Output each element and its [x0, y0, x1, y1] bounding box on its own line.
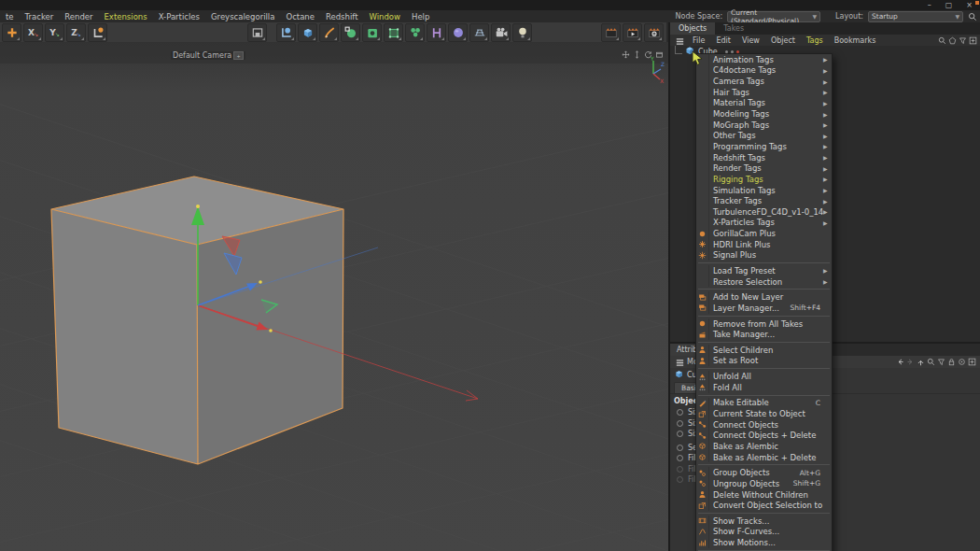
render-view-button[interactable] [601, 23, 621, 42]
node-space-select[interactable]: Current (Standard/Physical) ▼ [727, 11, 820, 22]
add-cube-button[interactable] [298, 23, 317, 42]
menu-greyscalegorilla[interactable]: Greyscalegorilla [205, 12, 280, 21]
keyframe-circle-icon[interactable] [677, 409, 683, 416]
menu-item-camera-tags[interactable]: Camera Tags▶ [696, 76, 832, 87]
hamburger-menu-icon[interactable] [675, 36, 685, 45]
menu-item-make-editable[interactable]: Make EditableC [696, 398, 832, 409]
x-axis-tip[interactable] [269, 329, 273, 332]
menu-item-render-tags[interactable]: Render Tags▶ [696, 162, 832, 174]
camera-label[interactable]: Default Camera + [171, 51, 245, 60]
menu-item-set-as-root[interactable]: Set as Root [696, 356, 832, 367]
menu-item-load-tag-preset[interactable]: Load Tag Preset▶ [696, 265, 832, 276]
minimize-button[interactable]: – [928, 0, 931, 10]
search-icon[interactable] [938, 36, 946, 45]
lock-icon[interactable] [947, 358, 956, 366]
menu-x-particles[interactable]: X-Particles [153, 12, 205, 21]
menu-item-fold-all[interactable]: Fold All [696, 382, 832, 393]
y-axis-tip[interactable] [196, 205, 200, 208]
menu-item-take-manager[interactable]: Take Manager... [696, 329, 832, 340]
menu-item-show-motions[interactable]: Show Motions... [696, 537, 832, 548]
menu-item-select-children[interactable]: Select Children [696, 345, 832, 356]
search-icon[interactable] [927, 358, 935, 366]
menu-item-modeling-tags[interactable]: Modeling Tags▶ [696, 108, 832, 120]
menu-item-redshift-tags[interactable]: Redshift Tags▶ [696, 152, 832, 163]
search-icon[interactable] [968, 12, 977, 21]
layout-select[interactable]: Startup ▼ [868, 11, 963, 22]
target-icon[interactable] [958, 358, 966, 366]
viewport[interactable]: Default Camera + Y Z X [0, 42, 668, 551]
lock-x-axis-button[interactable]: X↘ [23, 23, 43, 42]
om-menu-bookmarks[interactable]: Bookmarks [829, 36, 882, 45]
keyframe-circle-icon[interactable] [677, 420, 683, 427]
menu-item-animation-tags[interactable]: Animation Tags▶ [696, 54, 832, 65]
menu-render[interactable]: Render [59, 12, 98, 21]
menu-item-add-to-new-layer[interactable]: Add to New Layer [696, 291, 832, 303]
menu-item-restore-selection[interactable]: Restore Selection▶ [696, 276, 832, 288]
render-view-region-button[interactable] [247, 23, 267, 42]
render-picture-viewer-button[interactable] [623, 23, 642, 42]
menu-te[interactable]: te [0, 12, 20, 21]
om-menu-file[interactable]: File [687, 36, 710, 45]
menu-octane[interactable]: Octane [280, 12, 320, 21]
hamburger-menu-icon[interactable] [675, 358, 685, 366]
menu-item-ungroup-objects[interactable]: Ungroup ObjectsShift+G [696, 478, 832, 489]
interactive-render-button[interactable] [276, 23, 296, 42]
menu-item-bake-as-alembic-delete[interactable]: Bake as Alembic + Delete [696, 452, 832, 463]
menu-item-show-tracks[interactable]: Show Tracks... [696, 516, 832, 527]
menu-item-mograph-tags[interactable]: MoGraph Tags▶ [696, 120, 832, 131]
menu-window[interactable]: Window [363, 12, 406, 21]
keyframe-circle-icon[interactable] [677, 466, 683, 473]
menu-item-signal-plus[interactable]: Signal Plus [696, 250, 832, 261]
subdivision-surface-button[interactable] [341, 23, 360, 42]
menu-item-turbulencefd-c4d-v1-0-1465-tags[interactable]: TurbulenceFD_C4D_v1-0_1465 Tags▶ [696, 206, 832, 218]
history-forward-icon[interactable] [906, 358, 915, 366]
menu-item-gorillacam-plus[interactable]: GorillaCam Plus [696, 228, 832, 239]
filter-icon[interactable] [959, 36, 967, 45]
menu-item-layer-manager[interactable]: Layer Manager...Shift+F4 [696, 303, 832, 314]
add-panel-icon[interactable] [969, 36, 977, 45]
menu-item-group-objects[interactable]: Group ObjectsAlt+G [696, 467, 832, 478]
pan-view-icon[interactable] [622, 45, 630, 63]
home-icon[interactable] [948, 36, 957, 45]
camera-button[interactable] [491, 23, 511, 42]
menu-item-c4doctane-tags[interactable]: C4doctane Tags▶ [696, 65, 832, 77]
menu-item-connect-objects-delete[interactable]: Connect Objects + Delete [696, 431, 832, 442]
filter-icon[interactable] [937, 358, 945, 366]
menu-help[interactable]: Help [406, 12, 435, 21]
deformer-button[interactable] [384, 23, 403, 42]
zoom-view-icon[interactable] [633, 45, 641, 63]
floor-button[interactable] [469, 23, 489, 42]
maximize-button[interactable]: ▢ [945, 0, 953, 10]
menu-item-rigging-tags[interactable]: Rigging Tags▶ [696, 174, 832, 185]
menu-item-convert-object-selection-to-xref[interactable]: Convert Object Selection to XRef [696, 500, 832, 511]
menu-tracker[interactable]: Tracker [20, 12, 60, 21]
menu-item-programming-tags[interactable]: Programming Tags▶ [696, 141, 832, 152]
lock-y-axis-button[interactable]: Y↘ [45, 23, 64, 42]
tab-objects[interactable]: Objects [670, 22, 715, 35]
history-back-icon[interactable] [896, 358, 904, 366]
simulation-button[interactable] [448, 23, 468, 42]
menu-item-simulation-tags[interactable]: Simulation Tags▶ [696, 185, 832, 196]
add-panel-icon[interactable] [968, 358, 976, 366]
om-menu-view[interactable]: View [736, 36, 765, 45]
om-menu-object[interactable]: Object [765, 36, 801, 45]
menu-item-other-tags[interactable]: Other Tags▶ [696, 130, 832, 141]
light-button[interactable] [512, 23, 532, 42]
z-axis-tip[interactable] [259, 280, 262, 284]
parent-object-icon[interactable] [917, 358, 925, 366]
menu-item-unfold-all[interactable]: Unfold All [696, 371, 832, 382]
menu-redshift[interactable]: Redshift [320, 12, 364, 21]
menu-item-hdri-link-plus[interactable]: HDRI Link Plus [696, 239, 832, 250]
keyframe-circle-icon[interactable] [677, 476, 683, 483]
menu-item-material-tags[interactable]: Material Tags▶ [696, 98, 832, 109]
tab-takes[interactable]: Takes [715, 22, 752, 35]
close-button[interactable]: × [966, 0, 973, 10]
menu-item-connect-objects[interactable]: Connect Objects [696, 419, 832, 431]
keyframe-circle-icon[interactable] [677, 445, 683, 451]
menu-item-hair-tags[interactable]: Hair Tags▶ [696, 87, 832, 98]
menu-item-current-state-to-object[interactable]: Current State to Object [696, 408, 832, 419]
volume-builder-button[interactable] [362, 23, 382, 42]
cloner-button[interactable] [405, 23, 425, 42]
menu-extensions[interactable]: Extensions [99, 12, 153, 21]
om-menu-tags[interactable]: Tags [801, 36, 829, 45]
